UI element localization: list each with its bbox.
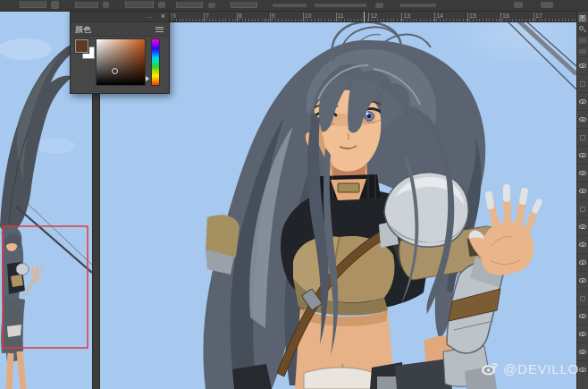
layer-row[interactable] — [577, 217, 588, 235]
layer-rows — [577, 56, 588, 378]
eye-icon[interactable] — [579, 189, 586, 193]
eye-icon[interactable] — [579, 332, 586, 336]
ruler-tick-label: 9 — [272, 13, 275, 20]
eye-icon[interactable] — [579, 224, 586, 229]
toolbar-icon[interactable] — [208, 3, 215, 8]
layer-row[interactable] — [577, 92, 588, 110]
toolbar-icon[interactable] — [51, 1, 59, 9]
toolbar-icon[interactable] — [541, 2, 553, 8]
hue-slider[interactable] — [151, 38, 160, 86]
toolbar-fragment[interactable] — [125, 1, 154, 8]
layer-row[interactable] — [577, 199, 588, 217]
layers-search[interactable] — [577, 23, 588, 35]
layer-row[interactable] — [577, 307, 588, 325]
eye-icon[interactable] — [579, 99, 586, 104]
saturation-brightness-field[interactable] — [96, 38, 146, 86]
white-cloth — [304, 368, 374, 389]
layer-row[interactable] — [577, 56, 588, 74]
panel-close-icon[interactable]: × — [161, 12, 165, 21]
layer-row[interactable] — [577, 146, 588, 164]
layer-row[interactable] — [577, 74, 588, 92]
ruler-tick-label: 12 — [370, 13, 377, 20]
color-picker-cursor[interactable] — [112, 68, 118, 74]
collar-buckle — [338, 183, 359, 192]
layer-row[interactable] — [577, 182, 588, 199]
panel-menu-icon[interactable] — [155, 27, 164, 32]
eye-icon[interactable] — [579, 171, 586, 175]
layers-panel-clipped: 图 — [576, 12, 588, 389]
layer-row[interactable] — [577, 271, 588, 289]
empty-visibility-box[interactable] — [580, 81, 585, 87]
toolbar-icon[interactable] — [103, 2, 109, 8]
layer-row[interactable] — [577, 164, 588, 182]
empty-visibility-box[interactable] — [580, 296, 585, 301]
ruler-tick-label: 15 — [469, 13, 476, 20]
character-artwork — [100, 22, 576, 389]
main-canvas[interactable] — [100, 22, 576, 389]
toolbar-text-fragment — [400, 4, 436, 7]
layers-filter-row[interactable] — [577, 35, 588, 46]
ruler-tick-label: 14 — [436, 13, 443, 20]
mini-character — [1, 226, 42, 389]
eye-icon[interactable] — [579, 278, 586, 283]
eye-icon[interactable] — [579, 117, 586, 122]
ruler-tick-label: 6 — [172, 13, 176, 20]
cloud-patch — [36, 138, 75, 154]
color-panel: .. × 颜色 — [70, 11, 170, 94]
ruler-tick-label: 17 — [535, 13, 542, 20]
layer-row[interactable] — [577, 128, 588, 146]
eye-icon[interactable] — [579, 260, 586, 265]
toolbar-fragment[interactable] — [231, 2, 257, 8]
layers-panel-title: 图 — [577, 12, 588, 23]
eye-icon[interactable] — [579, 314, 586, 318]
ruler-tick-label: 11 — [338, 13, 344, 20]
weibo-icon — [481, 361, 500, 376]
staff-line-thin — [25, 201, 92, 265]
eye-icon[interactable] — [579, 242, 586, 247]
layer-row[interactable] — [577, 342, 588, 360]
panel-collapse-icon[interactable]: .. — [147, 11, 153, 20]
staff-line — [16, 207, 92, 273]
ruler-tick-label: 16 — [502, 13, 509, 20]
eye-icon[interactable] — [579, 350, 586, 354]
empty-visibility-box[interactable] — [580, 135, 585, 140]
layers-lock-row[interactable] — [577, 46, 588, 56]
paint-app-window: 67891011121314151617 — [0, 0, 588, 389]
watermark: @DEVILLO — [481, 361, 579, 376]
toolbar-icon[interactable] — [375, 3, 383, 8]
ruler-cursor-marker — [364, 12, 365, 22]
toolbar-fragment[interactable] — [176, 2, 203, 8]
empty-visibility-box[interactable] — [580, 207, 585, 212]
layer-row[interactable] — [577, 253, 588, 271]
ruler-tick-label: 8 — [239, 13, 242, 20]
toolbar-fragment[interactable] — [75, 2, 98, 8]
layer-row[interactable] — [577, 235, 588, 253]
eye-icon[interactable] — [579, 153, 586, 157]
toolbar-icon[interactable] — [158, 2, 165, 8]
ruler-tick-label: 7 — [206, 13, 209, 20]
toolbar-text-fragment — [315, 4, 366, 7]
color-panel-tabs: 颜色 — [71, 22, 169, 37]
search-icon — [579, 26, 584, 30]
toolbar-fragment[interactable] — [20, 1, 46, 8]
ruler-tick-label: 13 — [403, 13, 410, 20]
eye-icon[interactable] — [579, 368, 586, 372]
horizontal-ruler[interactable]: 67891011121314151617 — [100, 12, 576, 22]
cloud-patch — [0, 38, 52, 60]
toolbar-text-fragment — [273, 4, 307, 7]
foreground-color-swatch[interactable] — [75, 39, 88, 53]
layer-row[interactable] — [577, 289, 588, 307]
hue-slider-arrow[interactable] — [146, 76, 149, 81]
tab-color[interactable]: 颜色 — [75, 24, 91, 36]
color-panel-body — [71, 37, 169, 93]
ruler-tick-label: 10 — [305, 13, 312, 20]
toolbar-icon[interactable] — [514, 2, 523, 8]
scythe-handle-lines — [507, 22, 576, 89]
color-panel-header: .. × — [71, 12, 169, 22]
watermark-handle: @DEVILLO — [503, 361, 579, 376]
eye-icon[interactable] — [579, 63, 586, 68]
character — [203, 22, 539, 389]
layer-row[interactable] — [577, 325, 588, 342]
layer-row[interactable] — [577, 110, 588, 128]
